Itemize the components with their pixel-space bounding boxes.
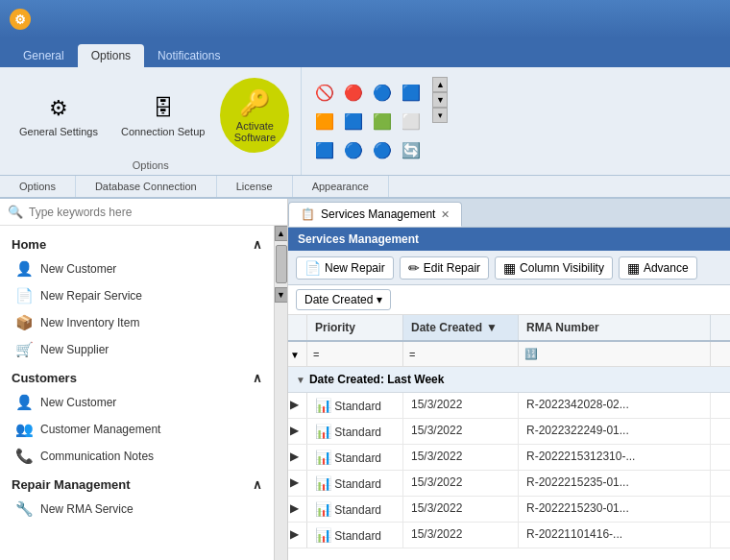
sidebar-item-customer-management[interactable]: 👥 Customer Management [0,416,274,443]
home-collapse-icon[interactable]: ∧ [253,237,262,252]
section-label-options: Options [0,176,76,197]
connection-setup-label: Connection Setup [121,126,205,137]
expand-button[interactable]: ▾ [432,108,448,123]
scroll-down[interactable]: ▼ [275,287,288,303]
ribbon-icon-4[interactable]: 🟦 [398,79,425,106]
ribbon-icon-6[interactable]: 🟦 [340,108,367,134]
scroll-down-button[interactable]: ▼ [432,92,448,108]
sidebar-section-home: Home ∧ [0,230,274,256]
search-icon: 🔍 [8,205,23,219]
new-repair-icon: 📄 [304,260,321,276]
row-priority-6: 📊 Standard [307,523,403,548]
row-expand-6[interactable]: ▶ [288,523,307,548]
group-expand-arrow[interactable]: ▼ [296,375,305,385]
scroll-up[interactable]: ▲ [275,226,288,241]
row-priority-2: 📊 Standard [307,419,403,444]
sort-icon: ▼ [486,321,498,334]
tab-general[interactable]: General [10,44,78,67]
tab-notifications[interactable]: Notifications [144,44,233,67]
filter-date: = [403,342,519,366]
row-expand-4[interactable]: ▶ [288,471,307,496]
sidebar-item-new-rma-service[interactable]: 🔧 New RMA Service [0,496,274,523]
general-settings-button[interactable]: ⚙ General Settings [12,89,106,141]
sidebar-item-new-inventory[interactable]: 📦 New Inventory Item [0,309,274,336]
activate-software-button[interactable]: 🔑 Activate Software [220,78,289,153]
ribbon-icon-12[interactable]: 🔄 [398,136,425,163]
general-settings-label: General Settings [19,126,98,137]
row-rma-2: R-2022322249-01... [519,419,711,444]
ribbon-group-options: ⚙ General Settings 🗄 Connection Setup 🔑 … [0,67,302,175]
rma-icon: 🔧 [15,500,33,518]
sidebar-item-new-customer[interactable]: 👤 New Customer [0,389,274,416]
ribbon-icon-7[interactable]: 🟩 [369,108,396,134]
filter-equals-icon: = [313,349,319,360]
filter-equals-date-icon: = [409,349,415,360]
date-col-header[interactable]: Date Created ▼ [403,315,519,340]
customers-icon: 👥 [15,421,33,438]
sidebar-item-new-customer-home[interactable]: 👤 New Customer [0,256,274,282]
tab-options[interactable]: Options [78,44,144,67]
ribbon-icon-1[interactable]: 🚫 [311,79,338,106]
scroll-up-button[interactable]: ▲ [432,77,448,92]
column-visibility-button[interactable]: ▦ Column Visibility [495,256,613,280]
column-visibility-label: Column Visibility [520,261,604,275]
scroll-thumb[interactable] [276,245,287,283]
section-label-db: Database Connection [76,176,217,197]
sidebar-item-new-repair-service[interactable]: 📄 New Repair Service [0,282,274,309]
supplier-icon: 🛒 [15,341,33,358]
sidebar-scrollbar: ▲ ▼ [274,226,287,560]
rma-col-header[interactable]: RMA Number [519,315,711,340]
ribbon-icon-5[interactable]: 🟧 [311,108,338,134]
row-date-6: 15/3/2022 [403,523,519,548]
grid-header: Priority Date Created ▼ RMA Number [288,315,730,342]
row-expand-5[interactable]: ▶ [288,497,307,522]
bar-icon-6: 📊 [315,527,331,543]
row-expand-2[interactable]: ▶ [288,419,307,444]
ribbon-icon-8[interactable]: ⬜ [398,108,425,134]
row-rma-3: R-2022215312310-... [519,445,711,470]
bar-icon-3: 📊 [315,450,331,465]
main-layout: 🔍 Home ∧ 👤 New Customer 📄 New Repair Ser… [0,199,730,560]
priority-label: Priority [315,321,355,334]
ribbon-icon-11[interactable]: 🔵 [369,136,396,163]
breadcrumb: Services Management [288,228,730,251]
data-grid: Priority Date Created ▼ RMA Number ▼ = [288,315,730,560]
ribbon-icon-3[interactable]: 🔵 [369,79,396,106]
sidebar-section-repair: Repair Management ∧ [0,470,274,496]
ribbon-icon-2[interactable]: 🔴 [340,79,367,106]
date-filter-dropdown[interactable]: Date Created ▾ [296,289,391,310]
row-expand-3[interactable]: ▶ [288,445,307,470]
ribbon-icon-9[interactable]: 🟦 [311,136,338,163]
group-label: Date Created: Last Week [309,373,445,386]
connection-setup-button[interactable]: 🗄 Connection Setup [113,89,212,141]
row-priority-4: 📊 Standard [307,471,403,496]
customer-icon: 👤 [15,260,33,278]
chevron-down-icon: ▾ [377,293,382,306]
priority-col-header[interactable]: Priority [307,315,403,340]
row-expand-1[interactable]: ▶ [288,393,307,418]
advance-button[interactable]: ▦ Advance [619,256,697,280]
row-rma-6: R-20221101416-... [519,523,711,548]
customers-collapse-icon[interactable]: ∧ [253,371,262,385]
gear-icon: ⚙ [43,93,74,124]
tab-close-button[interactable]: ✕ [441,208,450,221]
table-row: ▶ 📊 Standard 15/3/2022 R-2022342028-02..… [288,393,730,419]
table-row: ▶ 📊 Standard 15/3/2022 R-2022215235-01..… [288,471,730,497]
repair-collapse-icon[interactable]: ∧ [253,477,262,492]
edit-repair-button[interactable]: ✏ Edit Repair [400,256,489,280]
tab-services-management[interactable]: 📋 Services Management ✕ [288,202,462,227]
sidebar-item-new-supplier[interactable]: 🛒 New Supplier [0,336,274,363]
sidebar-item-label: New Repair Service [40,289,142,303]
new-repair-button[interactable]: 📄 New Repair [296,256,394,280]
customers-label: Customers [12,371,77,385]
sidebar-item-communication-notes[interactable]: 📞 Communication Notes [0,443,274,470]
ribbon-section-labels: Options Database Connection License Appe… [0,176,730,199]
search-input[interactable] [29,206,280,219]
filter-icon: ▼ [290,350,300,360]
table-row: ▶ 📊 Standard 15/3/2022 R-2022215312310-.… [288,445,730,471]
bar-icon-2: 📊 [315,424,331,439]
sidebar-item-label: Customer Management [40,423,160,436]
advance-label: Advance [644,261,689,275]
ribbon-icon-10[interactable]: 🔵 [340,136,367,163]
table-row: ▶ 📊 Standard 15/3/2022 R-20221101416-... [288,523,730,548]
